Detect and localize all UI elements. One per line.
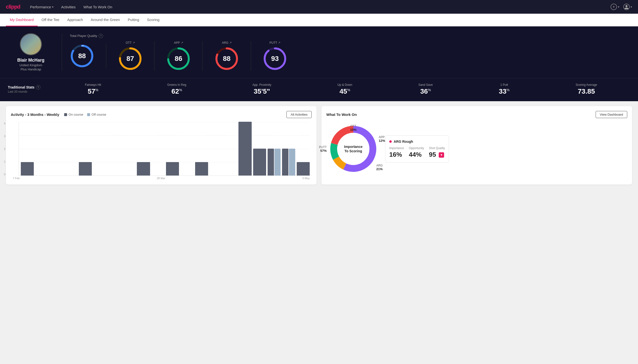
tab-my-dashboard[interactable]: My Dashboard <box>6 14 38 26</box>
player-country: United Kingdom <box>20 63 42 67</box>
red-dot-icon <box>389 140 392 143</box>
bar-group <box>166 162 179 176</box>
nav-what-to-work-on[interactable]: What To Work On <box>84 5 112 9</box>
bottom-section: Activity - 3 Months - Weekly On course O… <box>0 101 638 190</box>
app-circle: 86 <box>166 46 191 71</box>
work-on-panel: What To Work On View Dashboard <box>321 106 632 184</box>
bar-off-course <box>289 149 295 176</box>
bar-group <box>93 175 106 176</box>
score-arg: ARG ↗ 88 <box>203 41 251 71</box>
legend-on-course: On course <box>64 113 83 116</box>
y-axis: 4 3 2 1 0 <box>4 122 6 176</box>
player-name: Blair McHarg <box>17 58 44 63</box>
bar-group <box>21 162 34 176</box>
nav-performance[interactable]: Performance ▾ <box>30 5 53 9</box>
score-ott: OTT ↗ 87 <box>106 41 154 71</box>
bar-group <box>282 149 295 176</box>
bar-group <box>224 175 237 176</box>
bar-on-course <box>297 162 310 176</box>
app-logo: clippd <box>6 4 20 10</box>
stat-greens-in-reg: Greens In Reg 62% <box>167 83 186 95</box>
tab-around-the-green[interactable]: Around the Green <box>87 14 124 26</box>
work-on-panel-header: What To Work On View Dashboard <box>326 111 627 118</box>
player-handicap: Plus Handicap <box>21 68 41 71</box>
bar-empty <box>180 175 193 176</box>
arg-score-value: 88 <box>223 55 230 62</box>
tab-scoring[interactable]: Scoring <box>143 14 163 26</box>
bar-group <box>297 162 310 176</box>
bar-on-course <box>282 149 288 176</box>
oneputt-value: 33% <box>499 88 510 95</box>
bar-group <box>64 175 77 176</box>
activity-title: Activity - 3 Months - Weekly <box>11 112 59 116</box>
bar-group <box>195 162 208 176</box>
nav-links: Performance ▾ Activities What To Work On <box>30 5 112 9</box>
ott-score-value: 87 <box>126 55 134 62</box>
app-score-value: 86 <box>174 55 182 62</box>
bar-empty <box>122 175 135 176</box>
ott-label: OTT ↗ <box>126 41 135 44</box>
shot-quality-metric: Shot Quality 95 ▼ <box>429 146 445 158</box>
stat-up-down: Up & Down 45% <box>337 83 352 95</box>
fairways-value: 57% <box>88 88 98 95</box>
bar-empty <box>93 175 106 176</box>
main-circle: 88 <box>70 44 94 68</box>
info-card-title: ARG Rough <box>389 140 445 144</box>
activity-panel: Activity - 3 Months - Weekly On course O… <box>6 106 317 184</box>
score-circles: 88 OTT ↗ 87 <box>70 41 630 71</box>
bar-group <box>180 175 193 176</box>
tab-off-the-tee[interactable]: Off the Tee <box>38 14 63 26</box>
trad-stats-grid: Fairways Hit 57% Greens In Reg 62% App. … <box>52 83 630 95</box>
bar-empty <box>108 175 121 176</box>
stat-scoring-average: Scoring Average 73.85 <box>576 83 597 95</box>
bar-group <box>50 175 63 176</box>
trad-help-icon[interactable]: ? <box>36 85 40 90</box>
off-course-dot <box>87 113 90 116</box>
arg-donut-label: ARG 21% <box>376 164 383 171</box>
tab-approach[interactable]: Approach <box>63 14 87 26</box>
svg-point-3 <box>625 5 627 7</box>
nav-activities[interactable]: Activities <box>61 5 76 9</box>
sandsave-value: 36% <box>420 88 431 95</box>
bar-empty <box>209 175 223 176</box>
bar-group <box>108 175 121 176</box>
stat-sand-save: Sand Save 36% <box>418 83 433 95</box>
help-icon[interactable]: ? <box>99 34 103 38</box>
bar-on-course <box>166 162 179 176</box>
bar-group <box>79 162 92 176</box>
bar-empty <box>224 175 237 176</box>
opportunity-metric: Opportunity 44% <box>409 146 424 158</box>
activity-legend: On course Off course <box>64 113 106 116</box>
bar-off-course <box>274 149 281 176</box>
bar-group <box>209 175 223 176</box>
ott-circle: 87 <box>118 46 142 71</box>
bar-empty <box>50 175 63 176</box>
bar-on-course <box>195 162 208 176</box>
score-app: APP ↗ 86 <box>154 41 203 71</box>
greens-value: 62% <box>171 88 182 95</box>
arg-label: ARG ↗ <box>222 41 231 44</box>
bar-group <box>122 175 135 176</box>
bar-group <box>151 175 164 176</box>
donut-chart: Importance To Scoring OTT 10% APP 12% AR… <box>326 122 380 176</box>
score-main: 88 <box>70 44 106 68</box>
putt-donut-label: PUTT 57% <box>319 146 327 152</box>
ott-donut-label: OTT 10% <box>350 124 356 132</box>
all-activities-button[interactable]: All Activities <box>286 111 312 118</box>
info-metrics: Importance 16% Opportunity 44% Shot Qual… <box>389 146 445 158</box>
nav-right: + ▾ ▾ <box>610 4 632 10</box>
view-dashboard-button[interactable]: View Dashboard <box>596 111 627 118</box>
activity-panel-header: Activity - 3 Months - Weekly On course O… <box>11 111 312 118</box>
bar-empty <box>64 175 77 176</box>
tab-putting[interactable]: Putting <box>124 14 143 26</box>
bar-on-course <box>268 149 274 176</box>
app-donut-label: APP 12% <box>379 136 385 142</box>
scores-section: Total Player Quality ? 88 <box>62 34 630 71</box>
add-button[interactable]: + ▾ <box>610 4 619 10</box>
profile-button[interactable]: ▾ <box>623 4 632 10</box>
bar-on-course <box>137 162 150 176</box>
updown-value: 45% <box>340 88 350 95</box>
donut-center: Importance To Scoring <box>344 144 362 153</box>
top-navigation: clippd Performance ▾ Activities What To … <box>0 0 638 14</box>
bar-group <box>137 162 150 176</box>
